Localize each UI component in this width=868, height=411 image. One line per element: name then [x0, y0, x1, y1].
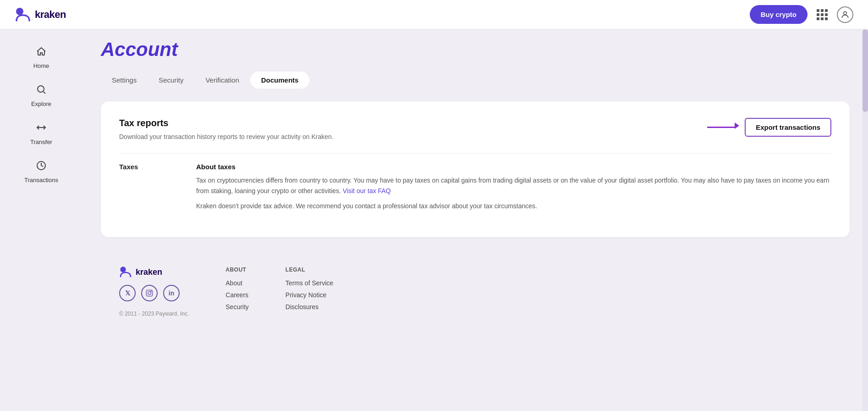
scrollbar-thumb[interactable]	[863, 29, 868, 112]
tax-reports-card: Tax reports Download your transaction hi…	[101, 101, 850, 237]
tabs-bar: Settings Security Verification Documents	[101, 72, 850, 89]
footer-logo-text: kraken	[136, 267, 162, 277]
svg-point-1	[844, 11, 847, 15]
footer-inner: kraken 𝕏 in © 2011 - 2023	[119, 267, 831, 317]
footer-brand: kraken 𝕏 in © 2011 - 2023	[119, 267, 189, 317]
arrow-line	[707, 127, 735, 128]
tab-verification[interactable]: Verification	[194, 72, 250, 89]
about-taxes-title: About taxes	[196, 163, 831, 171]
tax-faq-link[interactable]: Visit our tax FAQ	[343, 187, 391, 194]
home-icon	[36, 46, 47, 60]
linkedin-icon[interactable]: in	[163, 285, 180, 301]
footer-about-col: ABOUT About Careers Security	[225, 267, 249, 311]
security-link[interactable]: Security	[225, 303, 249, 311]
layout: Home Explore Transfer	[0, 0, 868, 411]
svg-point-6	[148, 292, 151, 295]
footer-socials: 𝕏 in	[119, 285, 189, 301]
tab-settings[interactable]: Settings	[101, 72, 148, 89]
svg-point-0	[16, 8, 23, 15]
careers-link[interactable]: Careers	[225, 291, 249, 299]
twitter-icon[interactable]: 𝕏	[119, 285, 136, 301]
tab-security[interactable]: Security	[148, 72, 194, 89]
copyright: © 2011 - 2023 Payward, Inc.	[119, 311, 189, 317]
topnav-right: Buy crypto	[750, 5, 853, 24]
card-header: Tax reports Download your transaction hi…	[119, 118, 831, 153]
sidebar-item-explore[interactable]: Explore	[9, 78, 73, 113]
about-col-title: ABOUT	[225, 267, 249, 273]
sidebar-item-explore-label: Explore	[31, 100, 51, 107]
legal-col-title: LEGAL	[286, 267, 333, 273]
user-avatar-icon[interactable]	[837, 6, 853, 23]
sidebar-item-transactions[interactable]: Transactions	[9, 155, 73, 189]
disclosures-link[interactable]: Disclosures	[286, 303, 333, 311]
tax-label: Taxes	[119, 163, 174, 211]
tax-content: About taxes Tax on cryptocurrencies diff…	[196, 163, 831, 211]
logo[interactable]: kraken	[15, 8, 66, 22]
footer-legal-col: LEGAL Terms of Service Privacy Notice Di…	[286, 267, 333, 311]
arrow-annotation	[707, 126, 739, 129]
sidebar-item-transfer[interactable]: Transfer	[9, 117, 73, 151]
explore-icon	[36, 84, 47, 98]
privacy-link[interactable]: Privacy Notice	[286, 291, 333, 299]
card-title: Tax reports	[119, 118, 334, 128]
transfer-icon	[36, 122, 47, 136]
svg-rect-5	[146, 290, 152, 296]
about-taxes-body: Tax on cryptocurrencies differs from cou…	[196, 175, 831, 196]
sidebar-item-transactions-label: Transactions	[24, 177, 58, 183]
tax-advice-note: Kraken doesn't provide tax advice. We re…	[196, 201, 831, 211]
buy-crypto-button[interactable]: Buy crypto	[750, 5, 808, 24]
svg-point-4	[120, 267, 126, 272]
about-link[interactable]: About	[225, 279, 249, 287]
tax-info-row: Taxes About taxes Tax on cryptocurrencie…	[119, 153, 831, 221]
sidebar-item-home-label: Home	[33, 62, 49, 69]
svg-point-2	[38, 86, 44, 92]
card-description: Download your transaction history report…	[119, 133, 334, 140]
svg-point-7	[151, 291, 151, 292]
sidebar-item-home[interactable]: Home	[9, 40, 73, 75]
transactions-icon	[36, 160, 47, 174]
page-title: Account	[101, 39, 850, 61]
sidebar: Home Explore Transfer	[0, 29, 82, 411]
scrollbar[interactable]	[863, 29, 868, 411]
sidebar-item-transfer-label: Transfer	[30, 139, 52, 145]
card-title-section: Tax reports Download your transaction hi…	[119, 118, 334, 153]
export-transactions-button[interactable]: Export transactions	[745, 118, 831, 137]
tab-documents[interactable]: Documents	[250, 72, 310, 89]
logo-text: kraken	[35, 9, 66, 21]
terms-link[interactable]: Terms of Service	[286, 279, 333, 287]
export-section: Export transactions	[707, 118, 831, 137]
footer: kraken 𝕏 in © 2011 - 2023	[101, 248, 850, 326]
grid-icon[interactable]	[817, 9, 828, 20]
instagram-icon[interactable]	[141, 285, 158, 301]
footer-logo: kraken	[119, 267, 189, 278]
arrow-head	[735, 122, 739, 129]
topnav: kraken Buy crypto	[0, 0, 868, 29]
main-content: Account Settings Security Verification D…	[82, 29, 868, 411]
